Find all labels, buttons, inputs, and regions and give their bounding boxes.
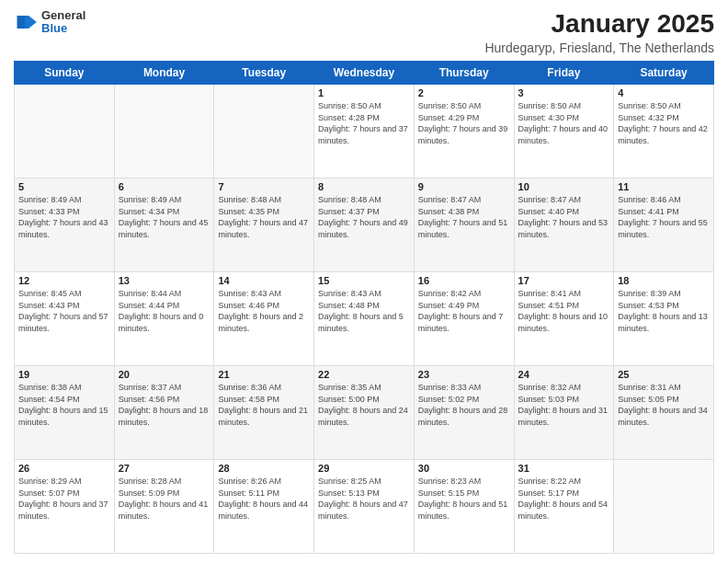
cell-info: Sunrise: 8:36 AMSunset: 4:58 PMDaylight:… [218, 382, 310, 428]
title-block: January 2025 Hurdegaryp, Friesland, The … [484, 9, 714, 55]
table-row: 24Sunrise: 8:32 AMSunset: 5:03 PMDayligh… [514, 366, 614, 460]
table-row: 30Sunrise: 8:23 AMSunset: 5:15 PMDayligh… [414, 460, 514, 554]
table-row: 17Sunrise: 8:41 AMSunset: 4:51 PMDayligh… [514, 272, 614, 366]
cell-date: 31 [518, 463, 610, 474]
calendar-week-row: 1Sunrise: 8:50 AMSunset: 4:28 PMDaylight… [15, 85, 714, 178]
table-row [15, 85, 115, 178]
cell-date: 19 [18, 369, 110, 380]
table-row: 6Sunrise: 8:49 AMSunset: 4:34 PMDaylight… [114, 178, 214, 272]
cell-date: 24 [518, 369, 610, 380]
logo-blue: Blue [41, 22, 85, 35]
cell-info: Sunrise: 8:43 AMSunset: 4:48 PMDaylight:… [318, 288, 410, 334]
table-row: 22Sunrise: 8:35 AMSunset: 5:00 PMDayligh… [314, 366, 415, 460]
logo-general: General [41, 9, 85, 22]
cell-info: Sunrise: 8:50 AMSunset: 4:28 PMDaylight:… [318, 100, 410, 146]
cell-date: 11 [618, 181, 710, 192]
cell-date: 1 [318, 87, 410, 98]
header-friday: Friday [514, 62, 614, 85]
svg-marker-2 [25, 16, 36, 29]
table-row: 1Sunrise: 8:50 AMSunset: 4:28 PMDaylight… [314, 85, 415, 178]
header-monday: Monday [114, 62, 214, 85]
page-subtitle: Hurdegaryp, Friesland, The Netherlands [484, 40, 714, 55]
table-row: 15Sunrise: 8:43 AMSunset: 4:48 PMDayligh… [314, 272, 415, 366]
cell-info: Sunrise: 8:41 AMSunset: 4:51 PMDaylight:… [518, 288, 610, 334]
table-row: 19Sunrise: 8:38 AMSunset: 4:54 PMDayligh… [15, 366, 115, 460]
cell-date: 13 [119, 275, 210, 286]
cell-info: Sunrise: 8:44 AMSunset: 4:44 PMDaylight:… [119, 288, 210, 334]
table-row: 8Sunrise: 8:48 AMSunset: 4:37 PMDaylight… [314, 178, 415, 272]
cell-date: 10 [518, 181, 610, 192]
calendar-week-row: 12Sunrise: 8:45 AMSunset: 4:43 PMDayligh… [15, 272, 714, 366]
calendar-week-row: 26Sunrise: 8:29 AMSunset: 5:07 PMDayligh… [15, 460, 714, 554]
table-row: 5Sunrise: 8:49 AMSunset: 4:33 PMDaylight… [15, 178, 115, 272]
cell-info: Sunrise: 8:33 AMSunset: 5:02 PMDaylight:… [418, 382, 510, 428]
table-row: 12Sunrise: 8:45 AMSunset: 4:43 PMDayligh… [15, 272, 115, 366]
table-row: 2Sunrise: 8:50 AMSunset: 4:29 PMDaylight… [414, 85, 514, 178]
table-row: 4Sunrise: 8:50 AMSunset: 4:32 PMDaylight… [614, 85, 714, 178]
table-row: 29Sunrise: 8:25 AMSunset: 5:13 PMDayligh… [314, 460, 415, 554]
cell-date: 20 [119, 369, 210, 380]
cell-date: 6 [119, 181, 210, 192]
cell-info: Sunrise: 8:45 AMSunset: 4:43 PMDaylight:… [18, 288, 110, 334]
header-wednesday: Wednesday [314, 62, 415, 85]
cell-info: Sunrise: 8:31 AMSunset: 5:05 PMDaylight:… [618, 382, 710, 428]
table-row: 9Sunrise: 8:47 AMSunset: 4:38 PMDaylight… [414, 178, 514, 272]
table-row: 20Sunrise: 8:37 AMSunset: 4:56 PMDayligh… [114, 366, 214, 460]
cell-info: Sunrise: 8:48 AMSunset: 4:35 PMDaylight:… [218, 194, 310, 240]
cell-info: Sunrise: 8:47 AMSunset: 4:40 PMDaylight:… [518, 194, 610, 240]
cell-date: 14 [218, 275, 310, 286]
cell-date: 8 [318, 181, 410, 192]
cell-date: 30 [418, 463, 510, 474]
cell-info: Sunrise: 8:50 AMSunset: 4:30 PMDaylight:… [518, 100, 610, 146]
cell-info: Sunrise: 8:47 AMSunset: 4:38 PMDaylight:… [418, 194, 510, 240]
table-row: 31Sunrise: 8:22 AMSunset: 5:17 PMDayligh… [514, 460, 614, 554]
logo-icon [14, 9, 40, 35]
table-row: 23Sunrise: 8:33 AMSunset: 5:02 PMDayligh… [414, 366, 514, 460]
cell-date: 25 [618, 369, 710, 380]
table-row [214, 85, 314, 178]
cell-date: 3 [518, 87, 610, 98]
cell-date: 29 [318, 463, 410, 474]
page: General Blue January 2025 Hurdegaryp, Fr… [0, 0, 728, 563]
cell-date: 17 [518, 275, 610, 286]
calendar-table: Sunday Monday Tuesday Wednesday Thursday… [14, 61, 714, 554]
cell-date: 9 [418, 181, 510, 192]
table-row: 11Sunrise: 8:46 AMSunset: 4:41 PMDayligh… [614, 178, 714, 272]
cell-info: Sunrise: 8:37 AMSunset: 4:56 PMDaylight:… [119, 382, 210, 428]
cell-info: Sunrise: 8:49 AMSunset: 4:33 PMDaylight:… [18, 194, 110, 240]
table-row: 28Sunrise: 8:26 AMSunset: 5:11 PMDayligh… [214, 460, 314, 554]
cell-info: Sunrise: 8:38 AMSunset: 4:54 PMDaylight:… [18, 382, 110, 428]
calendar-week-row: 19Sunrise: 8:38 AMSunset: 4:54 PMDayligh… [15, 366, 714, 460]
cell-date: 27 [119, 463, 210, 474]
cell-info: Sunrise: 8:25 AMSunset: 5:13 PMDaylight:… [318, 476, 410, 522]
cell-info: Sunrise: 8:50 AMSunset: 4:29 PMDaylight:… [418, 100, 510, 146]
cell-info: Sunrise: 8:50 AMSunset: 4:32 PMDaylight:… [618, 100, 710, 146]
cell-info: Sunrise: 8:29 AMSunset: 5:07 PMDaylight:… [18, 476, 110, 522]
cell-date: 7 [218, 181, 310, 192]
calendar-week-row: 5Sunrise: 8:49 AMSunset: 4:33 PMDaylight… [15, 178, 714, 272]
cell-date: 16 [418, 275, 510, 286]
cell-date: 28 [218, 463, 310, 474]
cell-info: Sunrise: 8:32 AMSunset: 5:03 PMDaylight:… [518, 382, 610, 428]
header-thursday: Thursday [414, 62, 514, 85]
table-row [114, 85, 214, 178]
cell-date: 2 [418, 87, 510, 98]
cell-date: 26 [18, 463, 110, 474]
table-row: 25Sunrise: 8:31 AMSunset: 5:05 PMDayligh… [614, 366, 714, 460]
cell-info: Sunrise: 8:26 AMSunset: 5:11 PMDaylight:… [218, 476, 310, 522]
cell-date: 18 [618, 275, 710, 286]
cell-info: Sunrise: 8:35 AMSunset: 5:00 PMDaylight:… [318, 382, 410, 428]
table-row: 3Sunrise: 8:50 AMSunset: 4:30 PMDaylight… [514, 85, 614, 178]
weekday-header-row: Sunday Monday Tuesday Wednesday Thursday… [15, 62, 714, 85]
cell-info: Sunrise: 8:28 AMSunset: 5:09 PMDaylight:… [119, 476, 210, 522]
cell-info: Sunrise: 8:42 AMSunset: 4:49 PMDaylight:… [418, 288, 510, 334]
table-row: 10Sunrise: 8:47 AMSunset: 4:40 PMDayligh… [514, 178, 614, 272]
table-row: 13Sunrise: 8:44 AMSunset: 4:44 PMDayligh… [114, 272, 214, 366]
table-row [614, 460, 714, 554]
cell-info: Sunrise: 8:49 AMSunset: 4:34 PMDaylight:… [119, 194, 210, 240]
logo: General Blue [14, 9, 85, 36]
cell-date: 5 [18, 181, 110, 192]
page-title: January 2025 [484, 9, 714, 39]
header: General Blue January 2025 Hurdegaryp, Fr… [14, 9, 714, 55]
cell-info: Sunrise: 8:46 AMSunset: 4:41 PMDaylight:… [618, 194, 710, 240]
